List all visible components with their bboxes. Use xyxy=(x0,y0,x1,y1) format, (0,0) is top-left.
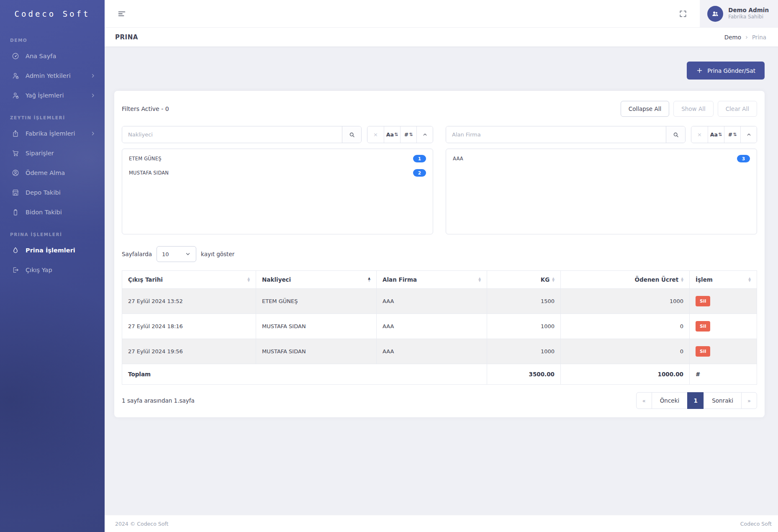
sidebar-item-label: Prina İşlemleri xyxy=(26,247,75,254)
pagination-last-button[interactable]: » xyxy=(741,392,757,409)
chevron-up-icon xyxy=(746,132,752,137)
pagination-next-button[interactable]: Sonraki xyxy=(704,392,742,409)
cell-kg: 1000 xyxy=(487,314,561,339)
numeric-sort-button[interactable]: #⇅ xyxy=(400,126,416,143)
table-header-row: Çıkış Tarihi▲▼ Nakliyeci▲▼ Alan Firma▲▼ … xyxy=(122,271,757,289)
column-label: Nakliyeci xyxy=(262,276,291,283)
nakliyeci-input-group xyxy=(122,126,362,143)
breadcrumb-home[interactable]: Demo xyxy=(724,34,741,41)
cell-action: Sil xyxy=(690,314,757,339)
alan-firma-search-button[interactable] xyxy=(666,126,685,143)
user-role: Fabrika Sahibi xyxy=(728,14,769,21)
sidebar-item-admin-yetkileri[interactable]: Admin Yetkileri xyxy=(0,66,105,85)
column-header-nakliyeci[interactable]: Nakliyeci▲▼ xyxy=(256,271,377,289)
sidebar-item-fabrika-islemleri[interactable]: Fabrika İşlemleri xyxy=(0,123,105,143)
app-logo: Codeco Soft xyxy=(0,0,105,28)
sidebar: Codeco Soft DEMO Ana Sayfa Admin Yetkile… xyxy=(0,0,105,532)
nakliyeci-search-button[interactable] xyxy=(342,126,361,143)
footer-brand: Codeco Soft xyxy=(740,521,772,527)
list-item[interactable]: ETEM GÜNEŞ 1 xyxy=(122,152,433,166)
column-label: İşlem xyxy=(696,276,713,283)
filters-grid: × Aa⇅ #⇅ ETEM GÜNEŞ 1 xyxy=(122,126,757,234)
sidebar-item-bidon-takibi[interactable]: Bidon Takibi xyxy=(0,202,105,222)
sidebar-item-prina-islemleri[interactable]: Prina İşlemleri xyxy=(0,240,105,260)
sidebar-item-odeme-alma[interactable]: Ödeme Alma xyxy=(0,163,105,182)
column-header-alan-firma[interactable]: Alan Firma▲▼ xyxy=(377,271,487,289)
count-badge: 3 xyxy=(737,155,750,162)
nakliyeci-sort-group: × Aa⇅ #⇅ xyxy=(367,126,433,143)
sidebar-item-label: Ödeme Alma xyxy=(26,170,65,176)
list-item[interactable]: AAA 3 xyxy=(446,152,757,166)
column-header-kg[interactable]: KG▲▼ xyxy=(487,271,561,289)
sidebar-item-label: Ana Sayfa xyxy=(26,53,56,59)
filter-controls: × Aa⇅ #⇅ xyxy=(446,126,757,143)
pagination-page-1-button[interactable]: 1 xyxy=(687,392,704,409)
numeric-sort-button[interactable]: #⇅ xyxy=(724,126,740,143)
cell-date: 27 Eylül 2024 13:52 xyxy=(122,289,256,314)
prina-table: Çıkış Tarihi▲▼ Nakliyeci▲▼ Alan Firma▲▼ … xyxy=(122,270,757,385)
topbar: Demo Admin Fabrika Sahibi xyxy=(105,0,778,28)
action-row: Prina Gönder/Sat xyxy=(114,62,765,80)
sidebar-item-ana-sayfa[interactable]: Ana Sayfa xyxy=(0,46,105,66)
alan-firma-options-list: AAA 3 xyxy=(446,149,757,234)
cell-action: Sil xyxy=(690,339,757,364)
column-header-odenen-ucret[interactable]: Ödenen Ücret▲▼ xyxy=(561,271,690,289)
total-label: Toplam xyxy=(122,364,487,385)
alan-firma-filter-input[interactable] xyxy=(446,126,666,143)
filter-panel-alan-firma: × Aa⇅ #⇅ AAA 3 xyxy=(446,126,757,234)
cart-icon xyxy=(12,149,19,157)
column-label: KG xyxy=(541,276,550,283)
delete-button[interactable]: Sil xyxy=(696,321,710,332)
sidebar-item-label: Bidon Takibi xyxy=(26,209,62,216)
cell-paid: 0 xyxy=(561,314,690,339)
option-label: AAA xyxy=(453,156,463,162)
app-root: Codeco Soft DEMO Ana Sayfa Admin Yetkile… xyxy=(0,0,778,532)
sidebar-item-depo-takibi[interactable]: Depo Takibi xyxy=(0,182,105,202)
prina-gonder-sat-button[interactable]: Prina Gönder/Sat xyxy=(687,62,765,80)
list-item[interactable]: MUSTAFA SIDAN 2 xyxy=(122,166,433,180)
cell-carrier: ETEM GÜNEŞ xyxy=(256,289,377,314)
collapse-all-button[interactable]: Collapse All xyxy=(621,101,669,117)
logout-icon xyxy=(12,266,19,274)
pagination-prev-button[interactable]: Önceki xyxy=(652,392,688,409)
titlebar: PRINA Demo › Prina xyxy=(105,28,778,46)
table-row: 27 Eylül 2024 19:56 MUSTAFA SIDAN AAA 10… xyxy=(122,339,757,364)
filters-header: Filters Active - 0 Collapse All Show All… xyxy=(122,101,757,117)
alpha-sort-button[interactable]: Aa⇅ xyxy=(384,126,400,143)
show-all-button[interactable]: Show All xyxy=(673,101,713,117)
collapse-panel-button[interactable] xyxy=(416,126,433,143)
delete-button[interactable]: Sil xyxy=(696,296,710,306)
breadcrumb-separator: › xyxy=(745,33,748,41)
nakliyeci-filter-input[interactable] xyxy=(122,126,342,143)
numeric-sort-label: # xyxy=(404,131,408,138)
prina-card: Filters Active - 0 Collapse All Show All… xyxy=(114,91,765,417)
sidebar-toggle-button[interactable] xyxy=(117,9,126,18)
topbar-right: Demo Admin Fabrika Sahibi xyxy=(679,0,778,27)
clear-all-button[interactable]: Clear All xyxy=(718,101,757,117)
numeric-sort-label: # xyxy=(728,131,732,138)
sidebar-item-siparisler[interactable]: Siparişler xyxy=(0,143,105,163)
cell-paid: 0 xyxy=(561,339,690,364)
column-header-cikis-tarihi[interactable]: Çıkış Tarihi▲▼ xyxy=(122,271,256,289)
alpha-sort-button[interactable]: Aa⇅ xyxy=(708,126,724,143)
fullscreen-button[interactable] xyxy=(679,10,687,18)
clear-filter-button[interactable]: × xyxy=(691,126,708,143)
sidebar-item-cikis-yap[interactable]: Çıkış Yap xyxy=(0,260,105,280)
updown-arrows-icon: ⇅ xyxy=(394,132,398,137)
hamburger-icon xyxy=(117,9,126,18)
user-lock-icon xyxy=(12,72,19,80)
page-info: 1 sayfa arasından 1.sayfa xyxy=(122,397,195,404)
clear-filter-button[interactable]: × xyxy=(367,126,384,143)
delete-button[interactable]: Sil xyxy=(696,346,710,357)
updown-arrows-icon: ⇅ xyxy=(718,132,722,137)
pagination-first-button[interactable]: « xyxy=(636,392,652,409)
chevron-right-icon xyxy=(90,73,95,78)
collapse-panel-button[interactable] xyxy=(740,126,757,143)
alpha-sort-label: Aa xyxy=(710,131,718,138)
page-size-select[interactable]: 10 xyxy=(157,246,196,262)
dashboard-icon xyxy=(12,52,19,60)
user-menu[interactable]: Demo Admin Fabrika Sahibi xyxy=(700,0,778,27)
column-header-islem[interactable]: İşlem▲▼ xyxy=(690,271,757,289)
sort-icon: ▲▼ xyxy=(748,277,751,282)
sidebar-item-yag-islemleri[interactable]: Yağ İşlemleri xyxy=(0,85,105,105)
